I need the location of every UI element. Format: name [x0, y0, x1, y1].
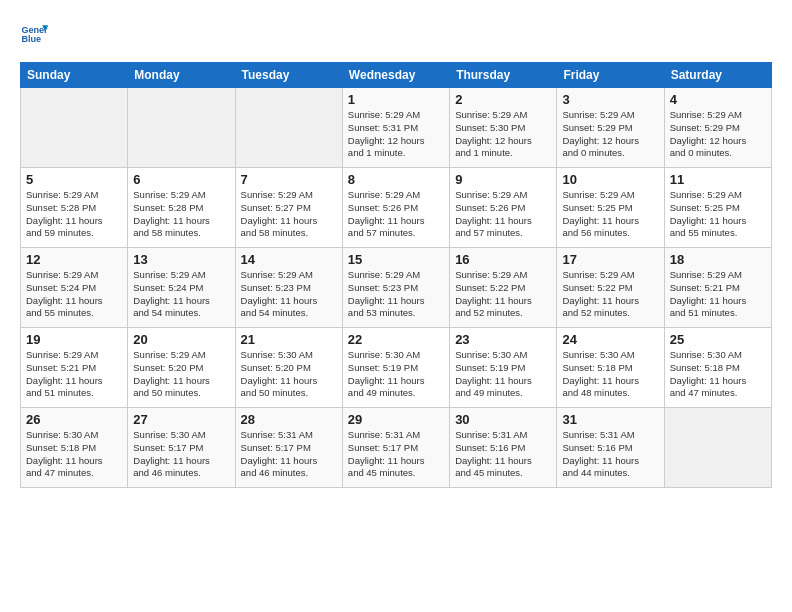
day-number: 20 [133, 332, 229, 347]
col-header-saturday: Saturday [664, 63, 771, 88]
day-cell: 27Sunrise: 5:30 AM Sunset: 5:17 PM Dayli… [128, 408, 235, 488]
day-number: 31 [562, 412, 658, 427]
day-cell: 18Sunrise: 5:29 AM Sunset: 5:21 PM Dayli… [664, 248, 771, 328]
day-number: 13 [133, 252, 229, 267]
calendar-table: SundayMondayTuesdayWednesdayThursdayFrid… [20, 62, 772, 488]
day-cell: 6Sunrise: 5:29 AM Sunset: 5:28 PM Daylig… [128, 168, 235, 248]
day-info: Sunrise: 5:30 AM Sunset: 5:19 PM Dayligh… [348, 349, 444, 400]
day-cell [21, 88, 128, 168]
day-info: Sunrise: 5:29 AM Sunset: 5:29 PM Dayligh… [670, 109, 766, 160]
day-cell: 30Sunrise: 5:31 AM Sunset: 5:16 PM Dayli… [450, 408, 557, 488]
day-info: Sunrise: 5:29 AM Sunset: 5:31 PM Dayligh… [348, 109, 444, 160]
day-number: 24 [562, 332, 658, 347]
day-info: Sunrise: 5:29 AM Sunset: 5:23 PM Dayligh… [241, 269, 337, 320]
day-number: 14 [241, 252, 337, 267]
header: General Blue [20, 20, 772, 48]
logo-icon: General Blue [20, 20, 48, 48]
day-number: 29 [348, 412, 444, 427]
day-info: Sunrise: 5:29 AM Sunset: 5:27 PM Dayligh… [241, 189, 337, 240]
day-number: 5 [26, 172, 122, 187]
logo: General Blue [20, 20, 52, 48]
day-cell: 29Sunrise: 5:31 AM Sunset: 5:17 PM Dayli… [342, 408, 449, 488]
day-number: 11 [670, 172, 766, 187]
day-number: 22 [348, 332, 444, 347]
day-number: 23 [455, 332, 551, 347]
day-number: 6 [133, 172, 229, 187]
day-info: Sunrise: 5:29 AM Sunset: 5:22 PM Dayligh… [455, 269, 551, 320]
day-info: Sunrise: 5:29 AM Sunset: 5:24 PM Dayligh… [26, 269, 122, 320]
day-info: Sunrise: 5:29 AM Sunset: 5:24 PM Dayligh… [133, 269, 229, 320]
col-header-wednesday: Wednesday [342, 63, 449, 88]
day-number: 19 [26, 332, 122, 347]
week-row-5: 26Sunrise: 5:30 AM Sunset: 5:18 PM Dayli… [21, 408, 772, 488]
day-cell: 28Sunrise: 5:31 AM Sunset: 5:17 PM Dayli… [235, 408, 342, 488]
day-cell: 31Sunrise: 5:31 AM Sunset: 5:16 PM Dayli… [557, 408, 664, 488]
day-cell: 14Sunrise: 5:29 AM Sunset: 5:23 PM Dayli… [235, 248, 342, 328]
day-cell: 13Sunrise: 5:29 AM Sunset: 5:24 PM Dayli… [128, 248, 235, 328]
col-header-friday: Friday [557, 63, 664, 88]
day-info: Sunrise: 5:29 AM Sunset: 5:28 PM Dayligh… [133, 189, 229, 240]
day-number: 28 [241, 412, 337, 427]
col-header-sunday: Sunday [21, 63, 128, 88]
header-row: SundayMondayTuesdayWednesdayThursdayFrid… [21, 63, 772, 88]
day-number: 27 [133, 412, 229, 427]
day-cell [128, 88, 235, 168]
day-cell: 8Sunrise: 5:29 AM Sunset: 5:26 PM Daylig… [342, 168, 449, 248]
day-cell: 2Sunrise: 5:29 AM Sunset: 5:30 PM Daylig… [450, 88, 557, 168]
day-info: Sunrise: 5:30 AM Sunset: 5:18 PM Dayligh… [26, 429, 122, 480]
day-cell: 5Sunrise: 5:29 AM Sunset: 5:28 PM Daylig… [21, 168, 128, 248]
day-cell: 1Sunrise: 5:29 AM Sunset: 5:31 PM Daylig… [342, 88, 449, 168]
day-info: Sunrise: 5:29 AM Sunset: 5:28 PM Dayligh… [26, 189, 122, 240]
week-row-3: 12Sunrise: 5:29 AM Sunset: 5:24 PM Dayli… [21, 248, 772, 328]
day-cell: 15Sunrise: 5:29 AM Sunset: 5:23 PM Dayli… [342, 248, 449, 328]
week-row-4: 19Sunrise: 5:29 AM Sunset: 5:21 PM Dayli… [21, 328, 772, 408]
day-info: Sunrise: 5:29 AM Sunset: 5:21 PM Dayligh… [670, 269, 766, 320]
day-number: 1 [348, 92, 444, 107]
day-info: Sunrise: 5:29 AM Sunset: 5:23 PM Dayligh… [348, 269, 444, 320]
day-info: Sunrise: 5:29 AM Sunset: 5:20 PM Dayligh… [133, 349, 229, 400]
day-cell [235, 88, 342, 168]
day-cell: 7Sunrise: 5:29 AM Sunset: 5:27 PM Daylig… [235, 168, 342, 248]
day-info: Sunrise: 5:31 AM Sunset: 5:16 PM Dayligh… [562, 429, 658, 480]
day-info: Sunrise: 5:30 AM Sunset: 5:20 PM Dayligh… [241, 349, 337, 400]
day-info: Sunrise: 5:29 AM Sunset: 5:25 PM Dayligh… [670, 189, 766, 240]
day-cell: 4Sunrise: 5:29 AM Sunset: 5:29 PM Daylig… [664, 88, 771, 168]
day-info: Sunrise: 5:29 AM Sunset: 5:29 PM Dayligh… [562, 109, 658, 160]
day-cell [664, 408, 771, 488]
day-cell: 3Sunrise: 5:29 AM Sunset: 5:29 PM Daylig… [557, 88, 664, 168]
col-header-thursday: Thursday [450, 63, 557, 88]
day-number: 9 [455, 172, 551, 187]
week-row-1: 1Sunrise: 5:29 AM Sunset: 5:31 PM Daylig… [21, 88, 772, 168]
day-cell: 26Sunrise: 5:30 AM Sunset: 5:18 PM Dayli… [21, 408, 128, 488]
day-cell: 21Sunrise: 5:30 AM Sunset: 5:20 PM Dayli… [235, 328, 342, 408]
day-number: 30 [455, 412, 551, 427]
day-cell: 17Sunrise: 5:29 AM Sunset: 5:22 PM Dayli… [557, 248, 664, 328]
day-cell: 23Sunrise: 5:30 AM Sunset: 5:19 PM Dayli… [450, 328, 557, 408]
day-info: Sunrise: 5:29 AM Sunset: 5:22 PM Dayligh… [562, 269, 658, 320]
day-number: 17 [562, 252, 658, 267]
day-info: Sunrise: 5:31 AM Sunset: 5:17 PM Dayligh… [348, 429, 444, 480]
day-cell: 10Sunrise: 5:29 AM Sunset: 5:25 PM Dayli… [557, 168, 664, 248]
col-header-tuesday: Tuesday [235, 63, 342, 88]
day-number: 26 [26, 412, 122, 427]
day-cell: 9Sunrise: 5:29 AM Sunset: 5:26 PM Daylig… [450, 168, 557, 248]
col-header-monday: Monday [128, 63, 235, 88]
day-cell: 12Sunrise: 5:29 AM Sunset: 5:24 PM Dayli… [21, 248, 128, 328]
day-cell: 20Sunrise: 5:29 AM Sunset: 5:20 PM Dayli… [128, 328, 235, 408]
day-info: Sunrise: 5:30 AM Sunset: 5:18 PM Dayligh… [562, 349, 658, 400]
day-number: 3 [562, 92, 658, 107]
page: General Blue SundayMondayTuesdayWednesda… [0, 0, 792, 498]
day-number: 25 [670, 332, 766, 347]
day-number: 7 [241, 172, 337, 187]
day-info: Sunrise: 5:30 AM Sunset: 5:19 PM Dayligh… [455, 349, 551, 400]
day-info: Sunrise: 5:30 AM Sunset: 5:17 PM Dayligh… [133, 429, 229, 480]
day-info: Sunrise: 5:29 AM Sunset: 5:26 PM Dayligh… [455, 189, 551, 240]
day-number: 10 [562, 172, 658, 187]
day-info: Sunrise: 5:31 AM Sunset: 5:17 PM Dayligh… [241, 429, 337, 480]
day-info: Sunrise: 5:29 AM Sunset: 5:26 PM Dayligh… [348, 189, 444, 240]
day-cell: 24Sunrise: 5:30 AM Sunset: 5:18 PM Dayli… [557, 328, 664, 408]
day-number: 15 [348, 252, 444, 267]
day-cell: 22Sunrise: 5:30 AM Sunset: 5:19 PM Dayli… [342, 328, 449, 408]
day-cell: 11Sunrise: 5:29 AM Sunset: 5:25 PM Dayli… [664, 168, 771, 248]
svg-text:Blue: Blue [21, 34, 41, 44]
